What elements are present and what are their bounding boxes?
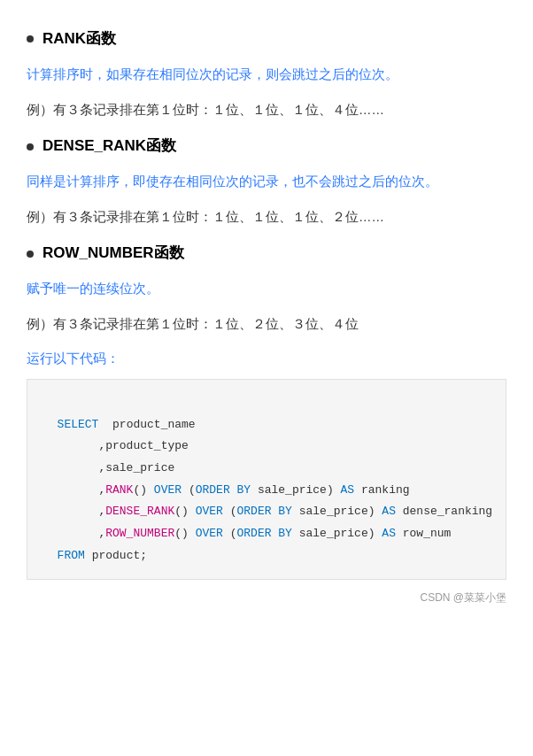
as-kw-2: AS (382, 505, 396, 518)
rank-description: 计算排序时，如果存在相同位次的记录，则会跳过之后的位次。 (27, 63, 506, 86)
dense-rank-section: DENSE_RANK函数 同样是计算排序，即使存在相同位次的记录，也不会跳过之后… (27, 134, 506, 228)
over-kw-2: OVER (196, 505, 223, 518)
over-kw-3: OVER (196, 527, 223, 540)
order-kw-1: ORDER BY (196, 483, 251, 497)
dense-rank-func: DENSE_RANK (105, 505, 174, 518)
dense-rank-heading: DENSE_RANK函数 (27, 134, 506, 159)
row-number-heading: ROW_NUMBER函数 (27, 241, 506, 266)
row-number-bullet (27, 251, 34, 258)
rank-example: 例）有３条记录排在第１位时：１位、１位、１位、４位…… (27, 98, 506, 121)
row-number-func: ROW_NUMBER (105, 527, 174, 540)
row-number-description: 赋予唯一的连续位次。 (27, 277, 506, 300)
as-kw-3: AS (382, 527, 396, 540)
col-product-type: product_type (105, 439, 189, 452)
run-code-label: 运行以下代码： (27, 348, 506, 370)
order-kw-2: ORDER BY (236, 505, 291, 518)
row-number-heading-text: ROW_NUMBER函数 (42, 241, 184, 266)
rank-bullet (27, 35, 34, 42)
as-kw-1: AS (341, 483, 355, 497)
dense-rank-bullet (27, 143, 34, 150)
dense-rank-parens: () (174, 505, 189, 518)
footer-text: CSDN @菜菜小堡 (420, 591, 506, 604)
col-product-name: product_name (112, 418, 196, 431)
rank-heading: RANK函数 (27, 27, 506, 52)
dense-rank-description: 同样是计算排序，即使存在相同位次的记录，也不会跳过之后的位次。 (27, 170, 506, 193)
code-block: SELECT product_name ,product_type ,sale_… (27, 379, 506, 581)
col-sale-price: sale_price (105, 461, 174, 474)
dense-rank-example: 例）有３条记录排在第１位时：１位、１位、１位、２位…… (27, 205, 506, 228)
row-number-parens: () (174, 527, 189, 540)
dense-rank-heading-text: DENSE_RANK函数 (42, 134, 176, 159)
footer: CSDN @菜菜小堡 (27, 589, 506, 606)
row-number-section: ROW_NUMBER函数 赋予唯一的连续位次。 例）有３条记录排在第１位时：１位… (27, 241, 506, 336)
select-keyword: SELECT (58, 418, 99, 431)
row-number-example: 例）有３条记录排在第１位时：１位、２位、３位、４位 (27, 312, 506, 336)
rank-parens: () (133, 483, 147, 497)
order-kw-3: ORDER BY (236, 527, 291, 540)
rank-section: RANK函数 计算排序时，如果存在相同位次的记录，则会跳过之后的位次。 例）有３… (27, 27, 506, 121)
over-kw-1: OVER (154, 483, 182, 497)
rank-heading-text: RANK函数 (42, 27, 116, 52)
from-keyword: FROM (58, 549, 85, 562)
rank-func: RANK (105, 483, 133, 497)
